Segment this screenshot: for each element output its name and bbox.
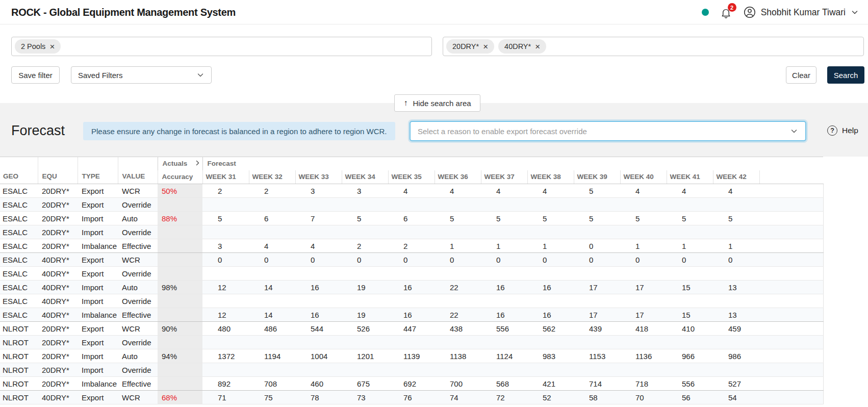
pools-chip[interactable]: 2 Pools× — [15, 39, 61, 54]
week-value-cell[interactable] — [713, 294, 759, 308]
week-value-cell[interactable]: 14 — [249, 281, 295, 294]
week-value-cell[interactable] — [574, 363, 620, 377]
week-value-cell[interactable] — [527, 267, 574, 281]
week-value-cell[interactable] — [295, 198, 342, 212]
week-value-cell[interactable] — [620, 225, 667, 239]
week-value-cell[interactable]: 0 — [667, 253, 713, 267]
week-value-cell[interactable] — [342, 336, 388, 349]
week-value-cell[interactable]: 708 — [249, 377, 295, 391]
week-value-cell[interactable] — [713, 225, 759, 239]
week-value-cell[interactable] — [620, 294, 667, 308]
week-value-cell[interactable] — [713, 363, 759, 377]
remove-chip-icon[interactable]: × — [483, 42, 488, 51]
saved-filters-select[interactable]: Saved Filters — [71, 66, 212, 84]
week-value-cell[interactable] — [342, 267, 388, 281]
week-value-cell[interactable] — [620, 336, 667, 349]
week-value-cell[interactable]: 568 — [481, 377, 527, 391]
week-value-cell[interactable]: 14 — [249, 308, 295, 322]
week-value-cell[interactable]: 5 — [574, 212, 620, 225]
week-value-cell[interactable]: 12 — [202, 281, 249, 294]
week-value-cell[interactable]: 692 — [388, 377, 435, 391]
week-value-cell[interactable]: 983 — [527, 349, 574, 363]
notifications-button[interactable]: 2 — [720, 6, 732, 19]
week-value-cell[interactable] — [527, 198, 574, 212]
week-value-cell[interactable] — [435, 363, 481, 377]
week-value-cell[interactable]: 4 — [295, 239, 342, 253]
week-value-cell[interactable]: 986 — [713, 349, 759, 363]
week-value-cell[interactable]: 5 — [342, 212, 388, 225]
week-value-cell[interactable] — [620, 198, 667, 212]
equipment-filter-input[interactable]: 20DRY*×40DRY*× — [443, 37, 864, 56]
week-value-cell[interactable] — [574, 294, 620, 308]
week-value-cell[interactable] — [342, 225, 388, 239]
week-value-cell[interactable] — [295, 363, 342, 377]
week-value-cell[interactable]: 1201 — [342, 349, 388, 363]
week-value-cell[interactable]: 700 — [435, 377, 481, 391]
week-value-cell[interactable]: 13 — [713, 281, 759, 294]
week-value-cell[interactable] — [667, 267, 713, 281]
week-value-cell[interactable] — [202, 294, 249, 308]
week-value-cell[interactable]: 2 — [388, 239, 435, 253]
week-value-cell[interactable]: 16 — [295, 281, 342, 294]
week-value-cell[interactable]: 447 — [388, 322, 435, 336]
week-value-cell[interactable]: 52 — [527, 391, 574, 404]
week-value-cell[interactable]: 718 — [620, 377, 667, 391]
week-value-cell[interactable] — [342, 363, 388, 377]
week-value-cell[interactable]: 1 — [667, 239, 713, 253]
week-value-cell[interactable]: 418 — [620, 322, 667, 336]
week-value-cell[interactable]: 6 — [388, 212, 435, 225]
week-value-cell[interactable]: 22 — [435, 281, 481, 294]
week-value-cell[interactable]: 5 — [620, 212, 667, 225]
week-value-cell[interactable] — [574, 336, 620, 349]
week-value-cell[interactable]: 5 — [667, 212, 713, 225]
week-value-cell[interactable]: 0 — [481, 253, 527, 267]
week-value-cell[interactable]: 438 — [435, 322, 481, 336]
week-value-cell[interactable]: 439 — [574, 322, 620, 336]
week-value-cell[interactable]: 0 — [249, 253, 295, 267]
week-value-cell[interactable]: 675 — [342, 377, 388, 391]
week-value-cell[interactable]: 0 — [388, 253, 435, 267]
week-value-cell[interactable] — [713, 336, 759, 349]
week-value-cell[interactable]: 460 — [295, 377, 342, 391]
week-value-cell[interactable] — [435, 336, 481, 349]
week-value-cell[interactable] — [202, 225, 249, 239]
week-value-cell[interactable]: 486 — [249, 322, 295, 336]
week-value-cell[interactable]: 17 — [574, 281, 620, 294]
week-value-cell[interactable] — [667, 225, 713, 239]
week-value-cell[interactable]: 556 — [667, 377, 713, 391]
week-value-cell[interactable] — [481, 225, 527, 239]
week-value-cell[interactable] — [202, 336, 249, 349]
week-value-cell[interactable] — [481, 294, 527, 308]
week-value-cell[interactable]: 58 — [574, 391, 620, 404]
week-value-cell[interactable]: 421 — [527, 377, 574, 391]
week-value-cell[interactable] — [295, 267, 342, 281]
week-value-cell[interactable]: 0 — [295, 253, 342, 267]
week-value-cell[interactable]: 16 — [388, 281, 435, 294]
week-value-cell[interactable]: 16 — [481, 308, 527, 322]
week-value-cell[interactable]: 1139 — [388, 349, 435, 363]
week-value-cell[interactable]: 2 — [202, 184, 249, 198]
week-value-cell[interactable]: 19 — [342, 308, 388, 322]
week-value-cell[interactable]: 12 — [202, 308, 249, 322]
week-value-cell[interactable]: 714 — [574, 377, 620, 391]
week-value-cell[interactable] — [342, 198, 388, 212]
week-value-cell[interactable] — [249, 198, 295, 212]
week-value-cell[interactable] — [713, 267, 759, 281]
week-value-cell[interactable] — [667, 363, 713, 377]
week-value-cell[interactable]: 5 — [574, 184, 620, 198]
hide-search-area-button[interactable]: ↑ Hide search area — [394, 94, 480, 112]
week-value-cell[interactable]: 0 — [435, 253, 481, 267]
week-value-cell[interactable] — [435, 294, 481, 308]
week-value-cell[interactable] — [481, 267, 527, 281]
save-filter-button[interactable]: Save filter — [11, 66, 60, 84]
week-value-cell[interactable] — [527, 225, 574, 239]
week-value-cell[interactable]: 73 — [342, 391, 388, 404]
week-value-cell[interactable]: 1004 — [295, 349, 342, 363]
week-value-cell[interactable] — [388, 225, 435, 239]
week-value-cell[interactable] — [249, 336, 295, 349]
user-menu[interactable]: Shobhit Kumar Tiwari — [744, 6, 859, 18]
help-button[interactable]: ? Help — [827, 125, 858, 136]
week-value-cell[interactable]: 5 — [435, 212, 481, 225]
week-value-cell[interactable] — [481, 363, 527, 377]
week-value-cell[interactable]: 4 — [620, 184, 667, 198]
